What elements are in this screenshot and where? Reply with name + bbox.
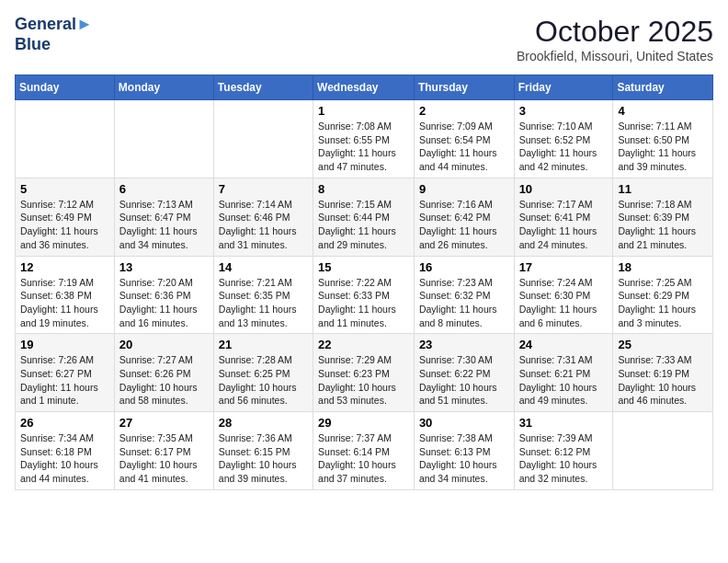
calendar-cell: [213, 100, 313, 178]
calendar-cell: 4Sunrise: 7:11 AM Sunset: 6:50 PM Daylig…: [613, 100, 713, 178]
day-info: Sunrise: 7:34 AM Sunset: 6:18 PM Dayligh…: [20, 431, 109, 486]
calendar-cell: 3Sunrise: 7:10 AM Sunset: 6:52 PM Daylig…: [514, 100, 613, 178]
calendar-cell: 18Sunrise: 7:25 AM Sunset: 6:29 PM Dayli…: [613, 256, 713, 334]
weekday-header-row: SundayMondayTuesdayWednesdayThursdayFrid…: [16, 75, 713, 100]
day-number: 28: [219, 416, 308, 430]
day-number: 3: [519, 104, 609, 118]
calendar-cell: 13Sunrise: 7:20 AM Sunset: 6:36 PM Dayli…: [114, 256, 213, 334]
day-info: Sunrise: 7:28 AM Sunset: 6:25 PM Dayligh…: [219, 353, 308, 408]
day-number: 23: [419, 338, 509, 351]
calendar-cell: 27Sunrise: 7:35 AM Sunset: 6:17 PM Dayli…: [114, 412, 213, 490]
day-info: Sunrise: 7:20 AM Sunset: 6:36 PM Dayligh…: [119, 276, 209, 330]
weekday-header: Thursday: [414, 75, 514, 100]
day-info: Sunrise: 7:11 AM Sunset: 6:50 PM Dayligh…: [618, 120, 708, 174]
calendar-week-row: 12Sunrise: 7:19 AM Sunset: 6:38 PM Dayli…: [16, 256, 713, 334]
calendar-cell: 26Sunrise: 7:34 AM Sunset: 6:18 PM Dayli…: [16, 412, 115, 490]
calendar-cell: 1Sunrise: 7:08 AM Sunset: 6:55 PM Daylig…: [313, 100, 415, 178]
day-number: 24: [519, 338, 609, 351]
day-info: Sunrise: 7:26 AM Sunset: 6:27 PM Dayligh…: [20, 353, 109, 408]
day-info: Sunrise: 7:16 AM Sunset: 6:42 PM Dayligh…: [419, 198, 509, 252]
weekday-header: Monday: [114, 75, 213, 100]
month-title: October 2025: [517, 15, 713, 49]
day-info: Sunrise: 7:24 AM Sunset: 6:30 PM Dayligh…: [519, 276, 609, 330]
day-number: 15: [318, 260, 409, 274]
day-number: 1: [318, 104, 409, 118]
calendar-week-row: 19Sunrise: 7:26 AM Sunset: 6:27 PM Dayli…: [16, 334, 713, 412]
day-number: 18: [618, 260, 708, 274]
day-number: 17: [519, 260, 609, 274]
day-number: 12: [20, 260, 109, 274]
calendar-cell: [114, 100, 213, 178]
calendar-cell: 10Sunrise: 7:17 AM Sunset: 6:41 PM Dayli…: [514, 178, 613, 256]
weekday-header: Tuesday: [213, 75, 313, 100]
day-info: Sunrise: 7:27 AM Sunset: 6:26 PM Dayligh…: [119, 353, 209, 408]
calendar-cell: [613, 412, 713, 490]
weekday-header: Sunday: [16, 75, 115, 100]
location: Brookfield, Missouri, United States: [517, 49, 713, 63]
day-info: Sunrise: 7:13 AM Sunset: 6:47 PM Dayligh…: [119, 198, 209, 252]
day-number: 4: [618, 104, 708, 118]
day-info: Sunrise: 7:12 AM Sunset: 6:49 PM Dayligh…: [20, 198, 109, 252]
day-number: 11: [618, 182, 708, 196]
calendar-cell: 31Sunrise: 7:39 AM Sunset: 6:12 PM Dayli…: [514, 412, 613, 490]
calendar-cell: 12Sunrise: 7:19 AM Sunset: 6:38 PM Dayli…: [16, 256, 115, 334]
calendar-cell: 25Sunrise: 7:33 AM Sunset: 6:19 PM Dayli…: [613, 334, 713, 412]
day-info: Sunrise: 7:33 AM Sunset: 6:19 PM Dayligh…: [618, 353, 708, 408]
calendar-cell: 21Sunrise: 7:28 AM Sunset: 6:25 PM Dayli…: [213, 334, 313, 412]
calendar-week-row: 5Sunrise: 7:12 AM Sunset: 6:49 PM Daylig…: [16, 178, 713, 256]
day-info: Sunrise: 7:19 AM Sunset: 6:38 PM Dayligh…: [20, 276, 109, 330]
title-block: October 2025 Brookfield, Missouri, Unite…: [517, 15, 713, 63]
day-info: Sunrise: 7:37 AM Sunset: 6:14 PM Dayligh…: [318, 431, 409, 486]
day-info: Sunrise: 7:18 AM Sunset: 6:39 PM Dayligh…: [618, 198, 708, 252]
day-info: Sunrise: 7:14 AM Sunset: 6:46 PM Dayligh…: [219, 198, 308, 252]
day-number: 10: [519, 182, 609, 196]
day-number: 29: [318, 416, 409, 430]
day-number: 14: [219, 260, 308, 274]
day-number: 26: [20, 416, 109, 430]
calendar-cell: 11Sunrise: 7:18 AM Sunset: 6:39 PM Dayli…: [613, 178, 713, 256]
calendar-week-row: 26Sunrise: 7:34 AM Sunset: 6:18 PM Dayli…: [16, 412, 713, 490]
day-number: 16: [419, 260, 509, 274]
calendar-cell: 8Sunrise: 7:15 AM Sunset: 6:44 PM Daylig…: [313, 178, 415, 256]
logo-text: General►Blue: [15, 15, 93, 54]
day-number: 21: [219, 338, 308, 351]
calendar-table: SundayMondayTuesdayWednesdayThursdayFrid…: [15, 75, 713, 490]
day-number: 8: [318, 182, 409, 196]
page-header: General►Blue October 2025 Brookfield, Mi…: [15, 15, 713, 63]
day-number: 2: [419, 104, 509, 118]
day-number: 9: [419, 182, 509, 196]
day-info: Sunrise: 7:17 AM Sunset: 6:41 PM Dayligh…: [519, 198, 609, 252]
calendar-week-row: 1Sunrise: 7:08 AM Sunset: 6:55 PM Daylig…: [16, 100, 713, 178]
day-number: 25: [618, 338, 708, 351]
day-number: 22: [318, 338, 409, 351]
calendar-cell: 7Sunrise: 7:14 AM Sunset: 6:46 PM Daylig…: [213, 178, 313, 256]
day-number: 6: [119, 182, 209, 196]
calendar-cell: 2Sunrise: 7:09 AM Sunset: 6:54 PM Daylig…: [414, 100, 514, 178]
weekday-header: Saturday: [613, 75, 713, 100]
calendar-cell: 9Sunrise: 7:16 AM Sunset: 6:42 PM Daylig…: [414, 178, 514, 256]
day-info: Sunrise: 7:15 AM Sunset: 6:44 PM Dayligh…: [318, 198, 409, 252]
calendar-cell: 14Sunrise: 7:21 AM Sunset: 6:35 PM Dayli…: [213, 256, 313, 334]
calendar-cell: 29Sunrise: 7:37 AM Sunset: 6:14 PM Dayli…: [313, 412, 415, 490]
day-info: Sunrise: 7:29 AM Sunset: 6:23 PM Dayligh…: [318, 353, 409, 408]
logo: General►Blue: [15, 15, 93, 54]
day-info: Sunrise: 7:36 AM Sunset: 6:15 PM Dayligh…: [219, 431, 308, 486]
day-info: Sunrise: 7:39 AM Sunset: 6:12 PM Dayligh…: [519, 431, 609, 486]
calendar-cell: 28Sunrise: 7:36 AM Sunset: 6:15 PM Dayli…: [213, 412, 313, 490]
day-info: Sunrise: 7:10 AM Sunset: 6:52 PM Dayligh…: [519, 120, 609, 174]
day-info: Sunrise: 7:35 AM Sunset: 6:17 PM Dayligh…: [119, 431, 209, 486]
day-info: Sunrise: 7:09 AM Sunset: 6:54 PM Dayligh…: [419, 120, 509, 174]
day-number: 31: [519, 416, 609, 430]
day-number: 19: [20, 338, 109, 351]
calendar-cell: 6Sunrise: 7:13 AM Sunset: 6:47 PM Daylig…: [114, 178, 213, 256]
day-info: Sunrise: 7:31 AM Sunset: 6:21 PM Dayligh…: [519, 353, 609, 408]
day-info: Sunrise: 7:22 AM Sunset: 6:33 PM Dayligh…: [318, 276, 409, 330]
calendar-cell: 17Sunrise: 7:24 AM Sunset: 6:30 PM Dayli…: [514, 256, 613, 334]
calendar-cell: 30Sunrise: 7:38 AM Sunset: 6:13 PM Dayli…: [414, 412, 514, 490]
calendar-cell: 5Sunrise: 7:12 AM Sunset: 6:49 PM Daylig…: [16, 178, 115, 256]
day-info: Sunrise: 7:38 AM Sunset: 6:13 PM Dayligh…: [419, 431, 509, 486]
day-number: 13: [119, 260, 209, 274]
calendar-cell: 19Sunrise: 7:26 AM Sunset: 6:27 PM Dayli…: [16, 334, 115, 412]
day-number: 7: [219, 182, 308, 196]
calendar-cell: 22Sunrise: 7:29 AM Sunset: 6:23 PM Dayli…: [313, 334, 415, 412]
